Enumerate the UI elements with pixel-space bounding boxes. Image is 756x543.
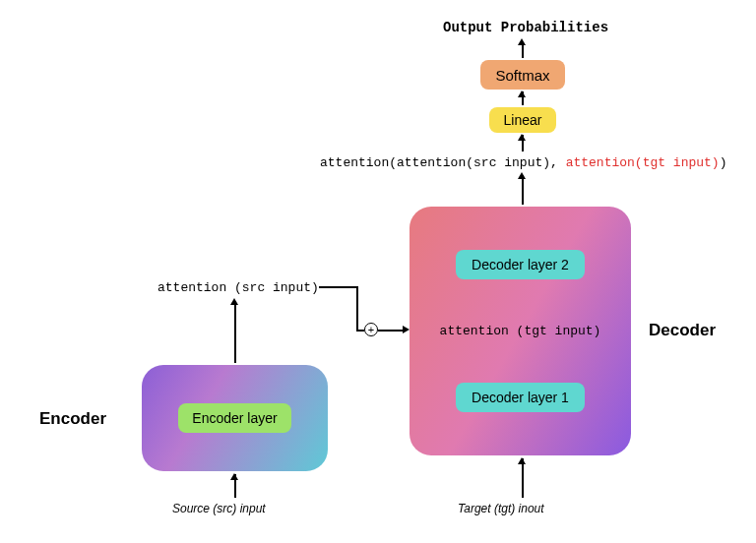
arrow-head-icon: [518, 38, 526, 45]
output-title: Output Probabilities: [443, 20, 608, 35]
target-input-label: Target (tgt) inout: [458, 502, 544, 515]
decoder-layer-1-label: Decoder layer 1: [472, 390, 569, 405]
formula-text: attention(attention(src input), attentio…: [320, 155, 726, 170]
decoder-box: Decoder layer 2 attention (tgt input) De…: [410, 207, 631, 455]
encoder-layer-label: Encoder layer: [192, 410, 277, 426]
decoder-label: Decoder: [649, 321, 716, 340]
arrow-head-icon: [403, 326, 410, 333]
linear-box: Linear: [489, 107, 556, 133]
decoder-mid-text: attention (tgt input): [440, 324, 601, 338]
arrow-stem: [234, 301, 236, 363]
connector-line: [356, 286, 358, 331]
arrow-stem: [522, 458, 524, 498]
decoder-layer-2-label: Decoder layer 2: [472, 257, 569, 272]
connector-line: [378, 330, 404, 332]
linear-label: Linear: [504, 112, 542, 128]
arrow-stem: [522, 175, 524, 205]
arrow-head-icon: [518, 90, 526, 97]
arrow-head-icon: [230, 473, 238, 480]
arrow-head-icon: [230, 298, 238, 305]
formula-part2: attention(tgt input): [566, 155, 720, 170]
connector-line: [319, 286, 356, 288]
source-input-label: Source (src) input: [172, 502, 266, 515]
encoder-attn-text: attention (src input): [158, 280, 319, 295]
encoder-layer-chip: Encoder layer: [178, 403, 290, 433]
encoder-box: Encoder layer: [142, 365, 328, 471]
arrow-head-icon: [518, 457, 526, 464]
softmax-label: Softmax: [495, 67, 549, 84]
arrow-head-icon: [518, 172, 526, 179]
decoder-layer-2-chip: Decoder layer 2: [456, 250, 585, 279]
formula-part3: ): [720, 155, 727, 170]
encoder-label: Encoder: [39, 409, 106, 429]
arrow-head-icon: [518, 134, 526, 141]
softmax-box: Softmax: [480, 60, 565, 90]
arrow-stem: [522, 44, 524, 58]
plus-symbol: +: [368, 325, 374, 335]
decoder-layer-1-chip: Decoder layer 1: [456, 383, 585, 412]
plus-circle-icon: +: [364, 323, 378, 336]
connector-line: [356, 330, 364, 332]
formula-part1: attention(attention(src input),: [320, 155, 566, 170]
